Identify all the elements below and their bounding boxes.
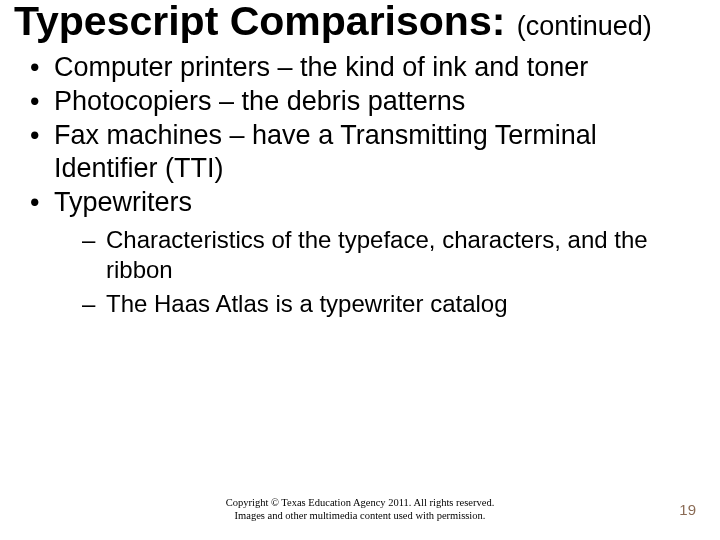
list-item-text: Photocopiers – the debris patterns bbox=[54, 86, 465, 116]
list-item: Photocopiers – the debris patterns bbox=[36, 85, 702, 118]
sub-bullet-list: Characteristics of the typeface, charact… bbox=[54, 225, 702, 319]
copyright-line-2: Images and other multimedia content used… bbox=[0, 509, 720, 522]
list-item: Characteristics of the typeface, charact… bbox=[88, 225, 702, 285]
list-item-text: Fax machines – have a Transmitting Termi… bbox=[54, 120, 597, 183]
list-item-text: The Haas Atlas is a typewriter catalog bbox=[106, 290, 508, 317]
list-item-text: Typewriters bbox=[54, 187, 192, 217]
title-continued: (continued) bbox=[517, 11, 652, 41]
bullet-list: Computer printers – the kind of ink and … bbox=[18, 51, 702, 319]
copyright-footer: Copyright © Texas Education Agency 2011.… bbox=[0, 496, 720, 522]
page-number: 19 bbox=[679, 501, 696, 518]
list-item: Computer printers – the kind of ink and … bbox=[36, 51, 702, 84]
list-item: Typewriters Characteristics of the typef… bbox=[36, 186, 702, 319]
slide-content: Computer printers – the kind of ink and … bbox=[14, 43, 702, 319]
list-item: Fax machines – have a Transmitting Termi… bbox=[36, 119, 702, 185]
list-item: The Haas Atlas is a typewriter catalog bbox=[88, 289, 702, 319]
slide: Typescript Comparisons: (continued) Comp… bbox=[0, 0, 720, 540]
list-item-text: Computer printers – the kind of ink and … bbox=[54, 52, 588, 82]
copyright-line-1: Copyright © Texas Education Agency 2011.… bbox=[0, 496, 720, 509]
title-main: Typescript Comparisons: bbox=[14, 0, 517, 44]
list-item-text: Characteristics of the typeface, charact… bbox=[106, 226, 648, 283]
slide-title: Typescript Comparisons: (continued) bbox=[14, 0, 702, 43]
